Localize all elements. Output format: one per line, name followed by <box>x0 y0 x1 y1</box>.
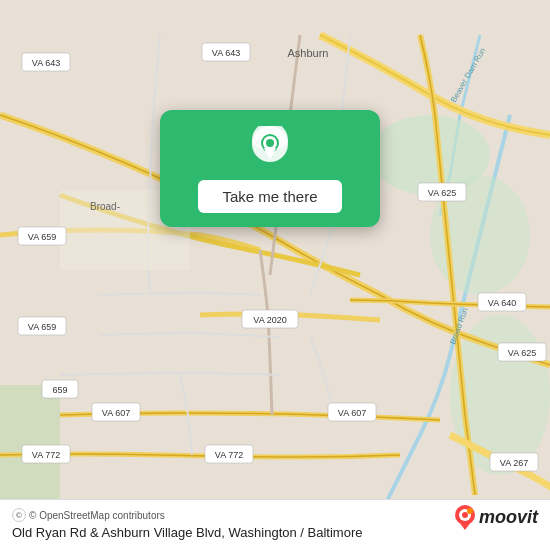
moovit-brand-text: moovit <box>479 507 538 528</box>
svg-text:Beaver Dam Run: Beaver Dam Run <box>449 46 487 104</box>
svg-text:VA 640: VA 640 <box>488 298 516 308</box>
location-pin-icon <box>250 126 290 170</box>
svg-text:VA 2020: VA 2020 <box>253 315 286 325</box>
bottom-bar: © © OpenStreetMap contributors Old Ryan … <box>0 499 550 550</box>
svg-text:VA 267: VA 267 <box>500 458 528 468</box>
svg-marker-47 <box>459 522 471 530</box>
svg-text:VA 607: VA 607 <box>102 408 130 418</box>
svg-point-48 <box>467 508 473 514</box>
map-roads-svg: VA 643 VA 643 Ashburn VA 659 VA 659 VA 6… <box>0 0 550 550</box>
take-me-there-button[interactable]: Take me there <box>198 180 341 213</box>
svg-text:Broad-: Broad- <box>90 201 120 212</box>
svg-text:VA 772: VA 772 <box>215 450 243 460</box>
svg-text:VA 643: VA 643 <box>32 58 60 68</box>
svg-text:VA 607: VA 607 <box>338 408 366 418</box>
location-name: Old Ryan Rd & Ashburn Village Blvd, Wash… <box>12 525 362 540</box>
svg-text:VA 625: VA 625 <box>428 188 456 198</box>
map-container: VA 643 VA 643 Ashburn VA 659 VA 659 VA 6… <box>0 0 550 550</box>
svg-text:VA 643: VA 643 <box>212 48 240 58</box>
svg-text:659: 659 <box>52 385 67 395</box>
svg-text:VA 625: VA 625 <box>508 348 536 358</box>
svg-point-46 <box>462 512 468 518</box>
svg-text:VA 659: VA 659 <box>28 232 56 242</box>
svg-text:Ashburn: Ashburn <box>288 47 329 59</box>
moovit-logo: moovit <box>454 504 538 530</box>
svg-point-41 <box>266 139 274 147</box>
svg-text:VA 659: VA 659 <box>28 322 56 332</box>
svg-text:VA 772: VA 772 <box>32 450 60 460</box>
osm-credit-text: © OpenStreetMap contributors <box>29 510 165 521</box>
moovit-pin-icon <box>454 504 476 530</box>
location-card: Take me there <box>160 110 380 227</box>
osm-logo-icon: © <box>12 508 26 522</box>
